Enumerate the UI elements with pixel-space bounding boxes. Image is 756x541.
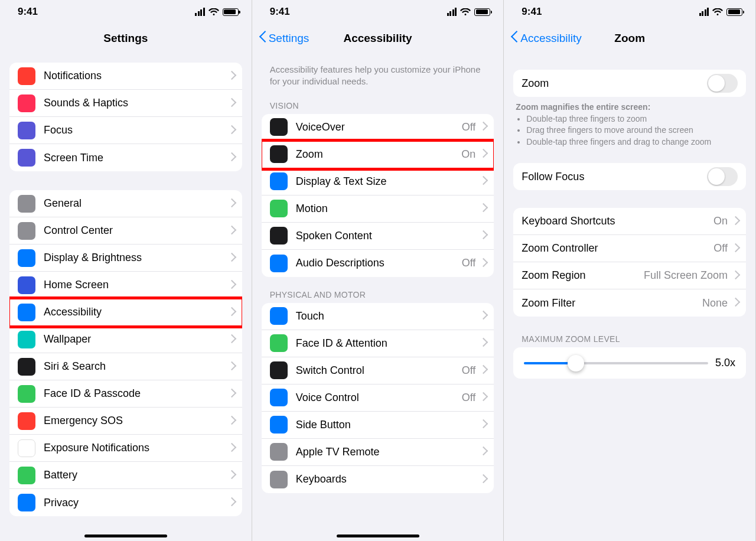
- row-control-center[interactable]: Control Center: [9, 217, 242, 245]
- row-zoom[interactable]: ZoomOn: [262, 141, 494, 168]
- max-zoom-slider[interactable]: [524, 362, 708, 364]
- max-zoom-header: MAXIMUM ZOOM LEVEL: [522, 334, 738, 344]
- row-focus[interactable]: Focus: [9, 117, 242, 144]
- row-display-brightness[interactable]: Display & Brightness: [9, 245, 242, 272]
- side-button-label: Side Button: [296, 419, 481, 431]
- row-zoom-controller[interactable]: Zoom ControllerOff: [513, 235, 746, 262]
- faceid-passcode-label: Face ID & Passcode: [44, 387, 229, 400]
- emergency-sos-icon: [18, 412, 35, 430]
- row-screen-time[interactable]: Screen Time: [9, 144, 242, 171]
- row-home-screen[interactable]: Home Screen: [9, 272, 242, 299]
- cellular-icon: [699, 8, 709, 16]
- touch-label: Touch: [296, 310, 481, 322]
- apple-tv-remote-icon: [270, 443, 288, 461]
- row-privacy[interactable]: Privacy: [9, 489, 242, 516]
- chevron-right-icon: [229, 254, 234, 262]
- chevron-right-icon: [732, 272, 738, 280]
- status-indicators: [699, 8, 743, 16]
- chevron-back-icon: [511, 32, 518, 44]
- wifi-icon: [712, 8, 723, 16]
- chevron-right-icon: [480, 259, 485, 268]
- row-display-text-size[interactable]: Display & Text Size: [262, 168, 494, 195]
- row-apple-tv-remote[interactable]: Apple TV Remote: [262, 439, 494, 466]
- switch-control-value: Off: [462, 364, 476, 377]
- chevron-right-icon: [480, 177, 485, 185]
- row-voice-control[interactable]: Voice ControlOff: [262, 384, 494, 412]
- chevron-right-icon: [229, 99, 234, 107]
- row-side-button[interactable]: Side Button: [262, 412, 494, 439]
- sounds-haptics-icon: [18, 94, 35, 112]
- row-wallpaper[interactable]: Wallpaper: [9, 326, 242, 353]
- back-button[interactable]: Accessibility: [511, 32, 581, 45]
- faceid-attention-icon: [270, 334, 288, 352]
- row-faceid-attention[interactable]: Face ID & Attention: [262, 330, 494, 357]
- chevron-right-icon: [480, 421, 485, 429]
- row-exposure-notifications[interactable]: Exposure Notifications: [9, 435, 242, 462]
- display-brightness-icon: [18, 249, 35, 267]
- row-spoken-content[interactable]: Spoken Content: [262, 223, 494, 250]
- status-bar: 9:41: [504, 0, 755, 24]
- chevron-right-icon: [732, 245, 738, 253]
- follow-focus-row[interactable]: Follow Focus: [513, 163, 746, 190]
- back-button[interactable]: Settings: [259, 32, 309, 45]
- zoom-controller-value: Off: [713, 242, 728, 255]
- row-motion[interactable]: Motion: [262, 195, 494, 223]
- siri-search-icon: [18, 358, 35, 376]
- row-touch[interactable]: Touch: [262, 303, 494, 330]
- row-sounds-haptics[interactable]: Sounds & Haptics: [9, 90, 242, 117]
- touch-icon: [270, 307, 288, 325]
- chevron-right-icon: [229, 335, 234, 344]
- battery-icon: [223, 8, 239, 16]
- page-title: Settings: [0, 32, 252, 45]
- row-zoom-filter[interactable]: Zoom FilterNone: [513, 289, 746, 317]
- chevron-right-icon: [480, 204, 485, 213]
- max-zoom-slider-row[interactable]: 5.0x: [513, 347, 746, 379]
- row-voiceover[interactable]: VoiceOverOff: [262, 114, 494, 141]
- exposure-notifications-label: Exposure Notifications: [44, 442, 229, 454]
- wifi-icon: [460, 8, 471, 16]
- chevron-right-icon: [229, 200, 234, 208]
- wallpaper-icon: [18, 331, 35, 348]
- row-battery[interactable]: Battery: [9, 462, 242, 489]
- row-switch-control[interactable]: Switch ControlOff: [262, 357, 494, 384]
- focus-icon: [18, 122, 35, 139]
- status-indicators: [195, 8, 239, 16]
- chevron-right-icon: [480, 393, 485, 402]
- battery-icon: [726, 8, 742, 16]
- home-indicator: [84, 535, 167, 537]
- chevron-right-icon: [229, 154, 234, 162]
- chevron-right-icon: [480, 312, 485, 320]
- chevron-right-icon: [480, 475, 485, 484]
- voiceover-value: Off: [462, 121, 476, 133]
- display-text-size-icon: [270, 172, 288, 190]
- control-center-icon: [18, 222, 35, 240]
- row-keyboards[interactable]: Keyboards: [262, 466, 494, 493]
- voice-control-value: Off: [462, 392, 476, 404]
- chevron-right-icon: [229, 471, 234, 480]
- zoom-icon: [270, 145, 288, 163]
- row-accessibility[interactable]: Accessibility: [9, 299, 242, 326]
- accessibility-intro: Accessibility features help you customiz…: [270, 64, 486, 88]
- chevron-right-icon: [229, 390, 234, 398]
- row-keyboard-shortcuts[interactable]: Keyboard ShortcutsOn: [513, 208, 746, 235]
- control-center-label: Control Center: [44, 224, 229, 237]
- follow-focus-toggle[interactable]: [707, 167, 738, 186]
- screen-time-icon: [18, 149, 35, 167]
- notifications-icon: [18, 67, 35, 85]
- accessibility-icon: [18, 304, 35, 321]
- row-general[interactable]: General: [9, 190, 242, 217]
- row-emergency-sos[interactable]: Emergency SOS: [9, 408, 242, 435]
- home-screen-icon: [18, 276, 35, 294]
- zoom-filter-label: Zoom Filter: [522, 297, 702, 309]
- status-bar: 9:41: [0, 0, 252, 24]
- zoom-toggle[interactable]: [707, 74, 738, 93]
- row-faceid-passcode[interactable]: Face ID & Passcode: [9, 380, 242, 408]
- zoom-toggle-row[interactable]: Zoom: [513, 70, 746, 97]
- row-siri-search[interactable]: Siri & Search: [9, 353, 242, 380]
- row-zoom-region[interactable]: Zoom RegionFull Screen Zoom: [513, 262, 746, 289]
- accessibility-screen: 9:41 Settings Accessibility Accessibilit…: [252, 0, 504, 541]
- faceid-passcode-icon: [18, 385, 35, 403]
- row-notifications[interactable]: Notifications: [9, 63, 242, 90]
- chevron-right-icon: [229, 417, 234, 425]
- row-audio-descriptions[interactable]: Audio DescriptionsOff: [262, 250, 494, 277]
